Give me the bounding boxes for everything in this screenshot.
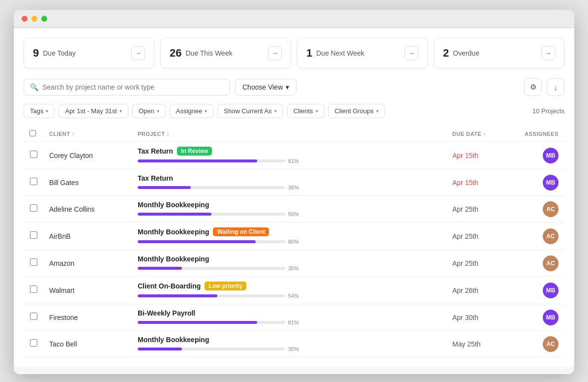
select-all-checkbox[interactable] [29,130,36,136]
row-checkbox[interactable] [30,178,37,185]
assignee-filter[interactable]: Assignee ▾ [170,104,213,118]
project-name: Monthly Bookkeeping [138,336,441,344]
avatar: MB [543,175,559,191]
status-badge: Waiting on Client [213,227,269,236]
due-date-cell: Apr 15th [446,142,515,169]
card-label: Overdue [453,49,479,57]
row-checkbox[interactable] [30,258,37,266]
row-checkbox-cell [24,142,43,169]
status-filter[interactable]: Open ▾ [132,104,166,118]
row-checkbox[interactable] [30,204,37,212]
client-header[interactable]: CLIENT ↑ [43,126,132,142]
row-checkbox-cell [24,223,43,250]
row-checkbox[interactable] [30,231,37,239]
table-row: Firestone Bi-Weekly Payroll 81% Apr 30th… [24,304,564,331]
progress-bar-fill [138,240,256,243]
due-date-cell: Apr 30th [446,304,515,331]
search-input[interactable] [42,83,224,91]
download-icon: ↓ [554,83,558,92]
download-button[interactable]: ↓ [547,78,564,96]
row-checkbox[interactable] [30,313,37,320]
card-label: Due Today [43,49,76,57]
project-name: Bi-Weekly Payroll [138,309,441,317]
row-checkbox-cell [24,250,43,277]
due-date-value: Apr 26th [452,286,478,294]
table-row: Bill Gates Tax Return 36% Apr 15th MB [24,169,564,196]
summary-card[interactable]: 1 Due Next Week → [297,38,428,68]
status-badge: In Review [177,147,212,156]
card-arrow[interactable]: → [268,46,282,60]
project-cell: Monthly Bookkeeping 30% [132,250,446,277]
progress-wrapper: 54% [138,293,441,299]
card-count: 2 [443,47,449,60]
assignee-cell: AC [515,331,564,357]
progress-bar-container [138,240,285,243]
progress-percentage: 80% [288,239,303,245]
client-cell: Taco Bell [43,331,132,357]
progress-bar-container [138,213,285,216]
project-cell: Tax Return 36% [132,169,446,196]
settings-button[interactable]: ⚙ [524,78,542,96]
progress-bar-container [138,348,285,350]
progress-bar-container [138,159,285,162]
card-left: 9 Due Today [33,47,76,60]
date-chevron-icon: ▾ [119,108,122,114]
due-date-value: Apr 15th [452,179,478,187]
summary-card[interactable]: 2 Overdue → [434,38,564,68]
maximize-button[interactable] [41,16,47,22]
progress-bar-fill [138,321,257,324]
card-arrow[interactable]: → [541,46,555,60]
tags-label: Tags [30,107,43,115]
date-range-filter[interactable]: Apr 1st - May 31st ▾ [59,104,128,118]
progress-percentage: 50% [288,211,303,217]
row-checkbox[interactable] [30,151,37,158]
card-left: 26 Due This Week [170,47,233,60]
client-cell: Corey Clayton [43,142,132,169]
card-count: 1 [306,47,312,60]
clients-filter[interactable]: Clients ▾ [287,104,324,118]
due-date-cell: Apr 15th [446,169,515,196]
assignee-cell: MB [515,304,564,331]
settings-icon: ⚙ [530,83,536,92]
tags-chevron-icon: ▾ [46,108,48,114]
summary-card[interactable]: 26 Due This Week → [160,38,291,68]
due-date-value: Apr 25th [452,259,478,267]
due-date-header[interactable]: DUE DATE ↑ [446,126,515,142]
avatar: AC [543,201,559,217]
project-cell: Monthly Bookkeeping 30% [132,331,446,357]
client-cell: AirBnB [43,223,132,250]
progress-wrapper: 30% [138,346,441,352]
traffic-lights [22,16,47,22]
project-cell: Bi-Weekly Payroll 81% [132,304,446,331]
card-arrow[interactable]: → [405,46,418,60]
project-name: Monthly Bookkeeping [138,201,441,209]
due-date-cell: May 25th [446,331,515,357]
projects-table: CLIENT ↑ PROJECT ↕ DUE DATE ↑ ASSIGNEES [24,126,564,357]
projects-table-container: CLIENT ↑ PROJECT ↕ DUE DATE ↑ ASSIGNEES [24,126,564,357]
project-header[interactable]: PROJECT ↕ [132,126,446,142]
tags-filter[interactable]: Tags ▾ [24,104,55,118]
close-button[interactable] [22,16,28,22]
progress-wrapper: 36% [138,185,441,191]
client-cell: Amazon [43,250,132,277]
card-arrow[interactable]: → [131,46,145,60]
client-name: Taco Bell [49,340,77,348]
client-name: Adeline Collins [49,205,95,213]
toolbar: 🔍 Choose View ▾ ⚙ ↓ [24,78,564,96]
filter-bar: Tags ▾ Apr 1st - May 31st ▾ Open ▾ Assig… [24,104,564,118]
title-bar [14,10,574,28]
assignee-label: Assignee [176,107,202,115]
assignee-chevron-icon: ▾ [205,108,207,114]
choose-view-button[interactable]: Choose View ▾ [235,79,296,96]
assignees-header: ASSIGNEES [515,126,564,142]
row-checkbox[interactable] [30,286,37,293]
progress-wrapper: 81% [138,319,441,325]
project-cell: Monthly Bookkeeping 50% [132,196,446,223]
summary-card[interactable]: 9 Due Today → [24,38,154,68]
row-checkbox-cell [24,196,43,223]
show-current-as-filter[interactable]: Show Current As ▾ [217,104,283,118]
client-groups-filter[interactable]: Client Groups ▾ [328,104,385,118]
row-checkbox-cell [24,331,43,357]
row-checkbox[interactable] [30,339,37,347]
minimize-button[interactable] [31,16,37,22]
